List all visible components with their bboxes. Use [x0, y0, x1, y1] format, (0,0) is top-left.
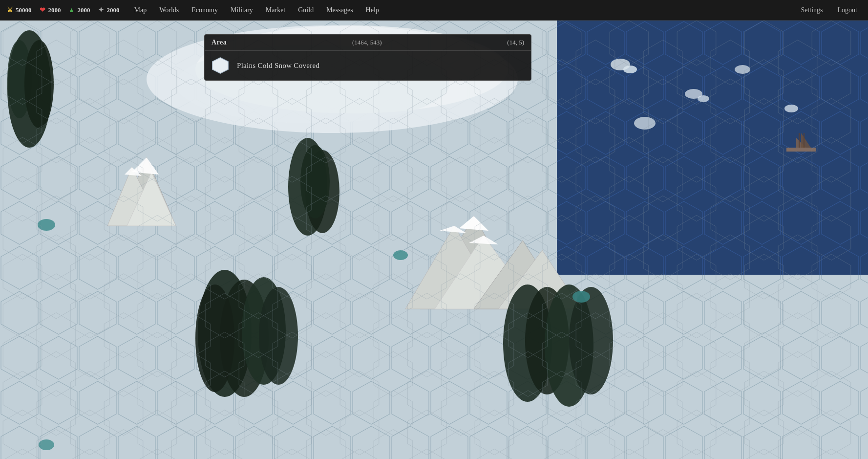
svg-point-36 — [569, 287, 613, 394]
health-icon: ❤ — [39, 6, 46, 14]
nav-messages[interactable]: Messages — [321, 4, 358, 16]
svg-point-40 — [39, 439, 54, 450]
svg-point-46 — [634, 117, 656, 130]
svg-point-45 — [698, 95, 709, 102]
terrain-name: Plains Cold Snow Covered — [237, 62, 319, 70]
nav-settings[interactable]: Settings — [796, 4, 827, 16]
nav-right: Settings Logout — [796, 4, 862, 16]
resource-bar: ⚔ 50000 ❤ 2000 ▲ 2000 ✦ 2000 — [6, 6, 120, 14]
tooltip-title: Area — [212, 39, 227, 46]
navbar: ⚔ 50000 ❤ 2000 ▲ 2000 ✦ 2000 Map Worlds … — [0, 0, 868, 21]
map-container[interactable]: Area (1464, 543) (14, 5) Plains Cold Sno… — [0, 21, 868, 459]
nav-market[interactable]: Market — [261, 4, 290, 16]
area-tooltip: Area (1464, 543) (14, 5) Plains Cold Sno… — [204, 34, 531, 81]
nav-worlds[interactable]: Worlds — [154, 4, 184, 16]
people-icon: ⚔ — [6, 6, 14, 14]
tooltip-header: Area (1464, 543) (14, 5) — [205, 35, 531, 51]
terrain-hex-icon — [212, 57, 229, 74]
svg-point-32 — [195, 284, 234, 392]
resource-growth: ▲ 2000 — [68, 6, 90, 14]
tooltip-body: Plains Cold Snow Covered — [205, 51, 531, 80]
svg-point-11 — [24, 40, 54, 128]
svg-point-31 — [259, 287, 298, 385]
resource-people: ⚔ 50000 — [6, 6, 32, 14]
coins-value: 2000 — [107, 6, 120, 14]
nav-guild[interactable]: Guild — [293, 4, 318, 16]
tooltip-coords: (1464, 543) — [352, 39, 382, 46]
resource-coins: ✦ 2000 — [97, 6, 120, 14]
growth-icon: ▲ — [68, 6, 76, 14]
svg-rect-53 — [804, 133, 804, 148]
nav-map[interactable]: Map — [129, 4, 152, 16]
main-nav: Map Worlds Economy Military Market Guild… — [129, 4, 384, 16]
svg-point-47 — [735, 65, 750, 74]
svg-rect-52 — [799, 133, 800, 148]
nav-help[interactable]: Help — [361, 4, 384, 16]
nav-logout[interactable]: Logout — [833, 4, 862, 16]
svg-point-27 — [300, 145, 330, 219]
svg-marker-354 — [212, 58, 228, 73]
svg-point-38 — [393, 250, 408, 260]
svg-point-43 — [623, 66, 637, 73]
nav-economy[interactable]: Economy — [187, 4, 223, 16]
tooltip-grid-ref: (14, 5) — [507, 39, 524, 46]
svg-point-37 — [38, 219, 55, 231]
svg-rect-49 — [786, 148, 816, 152]
coins-icon: ✦ — [97, 6, 105, 14]
people-value: 50000 — [16, 6, 32, 14]
map-svg[interactable] — [0, 21, 868, 459]
svg-point-48 — [784, 105, 798, 112]
resource-health: ❤ 2000 — [39, 6, 61, 14]
health-value: 2000 — [48, 6, 61, 14]
growth-value: 2000 — [78, 6, 90, 14]
nav-military[interactable]: Military — [226, 4, 258, 16]
